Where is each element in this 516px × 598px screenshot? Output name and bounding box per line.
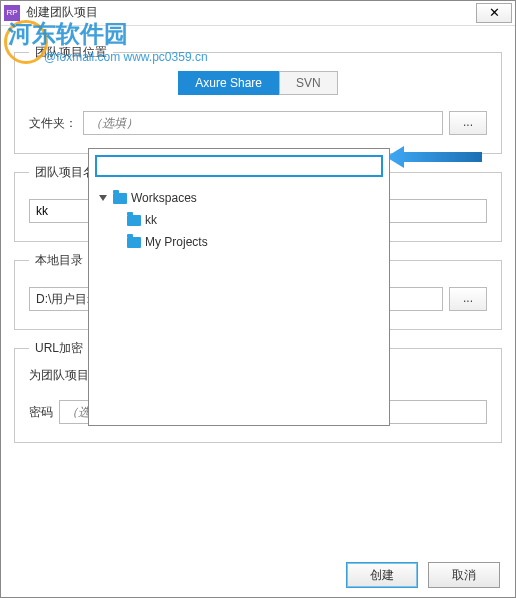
folder-icon <box>113 193 127 204</box>
folder-dropdown-panel: Workspaces kk My Projects <box>88 148 390 426</box>
folder-input[interactable] <box>83 111 443 135</box>
password-label: 密码 <box>29 404 53 421</box>
folder-icon <box>127 215 141 226</box>
titlebar: RP 创建团队项目 ✕ <box>0 0 516 26</box>
create-button[interactable]: 创建 <box>346 562 418 588</box>
tree-label: kk <box>145 213 157 227</box>
tree-item-my-projects[interactable]: My Projects <box>99 231 379 253</box>
dialog-footer: 创建 取消 <box>346 562 500 588</box>
cancel-button[interactable]: 取消 <box>428 562 500 588</box>
section-url-legend: URL加密 <box>29 340 89 357</box>
dropdown-search-input[interactable] <box>95 155 383 177</box>
folder-label: 文件夹： <box>29 115 77 132</box>
tree-item-kk[interactable]: kk <box>99 209 379 231</box>
local-dir-browse-button[interactable]: ... <box>449 287 487 311</box>
tab-axure-share[interactable]: Axure Share <box>178 71 279 95</box>
folder-icon <box>127 237 141 248</box>
folder-tree: Workspaces kk My Projects <box>89 183 389 257</box>
app-icon: RP <box>4 5 20 21</box>
close-button[interactable]: ✕ <box>476 3 512 23</box>
window-title: 创建团队项目 <box>26 4 476 21</box>
tree-root-workspaces[interactable]: Workspaces <box>99 187 379 209</box>
tree-label: Workspaces <box>131 191 197 205</box>
section-local-legend: 本地目录 <box>29 252 89 269</box>
tab-svn[interactable]: SVN <box>279 71 338 95</box>
tree-label: My Projects <box>145 235 208 249</box>
folder-browse-button[interactable]: ... <box>449 111 487 135</box>
section-location-legend: 团队项目位置 <box>29 44 113 61</box>
section-location: 团队项目位置 Axure ShareSVN 文件夹： ... <box>14 44 502 154</box>
expand-arrow-icon <box>99 195 107 201</box>
